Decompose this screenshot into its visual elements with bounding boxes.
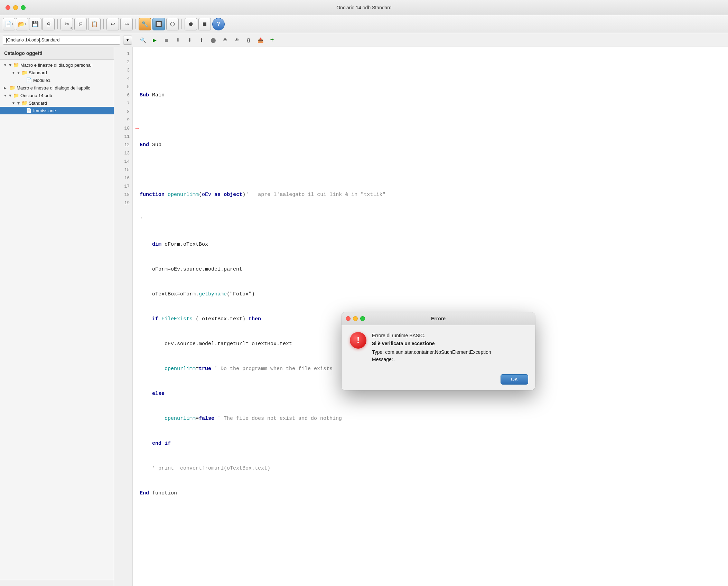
cut-button[interactable]: ✂ 𝟐 [60,18,73,30]
macro-organize-button[interactable]: 🔧 [139,18,151,30]
layers-button[interactable]: ⬡ [166,18,179,30]
sidebar: Catalogo oggetti ▼ ▾ 📁 Macro e finestre … [0,47,114,586]
eye-button[interactable]: 👁 [232,36,242,45]
title-bar: Onciario 14.odb.Standard [0,0,728,15]
layers-icon: ⬡ [170,21,175,27]
copy-icon: ⎘ [79,21,82,27]
stop-macro-button[interactable]: ⏹ [161,36,171,45]
tree-item-module1[interactable]: ▶ 📄 Module1 [0,76,114,84]
folder-icon-standard-2: 📁 [21,100,27,106]
tree-item-macro-applic[interactable]: ▶ 📁 Macro e finestre di dialogo dell'app… [0,84,114,92]
dropdown-arrow-icon: ▾ [127,38,129,42]
folder-icon-standard-1: 📁 [21,70,27,75]
maximize-button[interactable] [21,5,26,10]
record-icon: ⏺ [188,21,194,27]
breakpoint-button[interactable]: ⬤ [208,36,218,45]
code-line-3 [140,116,728,124]
minimize-button[interactable] [13,5,18,10]
tree-item-standard-2[interactable]: ▼ ▾ 📁 Standard [0,99,114,107]
open-icon: 📂 [18,21,25,27]
help-button[interactable]: ? [212,18,225,30]
expand-arrow-standard-1: ▼ [11,71,16,75]
expand-tri-macro-personali: ▾ [9,62,11,68]
separator-2 [103,19,104,29]
dialog-title: Errore [431,316,446,321]
dialog-footer: OK [342,370,535,390]
tree-label-module1: Module1 [33,78,50,83]
code-line-14: else [140,390,728,398]
record-button[interactable]: ⏺ [185,18,197,30]
tree-item-immissione[interactable]: ▶ 📄 Immissione [0,107,114,114]
ide-button[interactable]: 🔲 [152,18,165,30]
dialog-min-button[interactable] [353,316,358,321]
folder-icon-macro-applic: 📁 [9,85,15,91]
step-into-button[interactable]: ⬇ [173,36,183,45]
leaf-module1: ▶ [19,78,24,82]
print-icon: 🖨 [46,21,51,27]
code-line-15: openurlimm=false ' The file does not exi… [140,415,728,423]
line-num-12: 12 [114,141,132,149]
dialog-close-button[interactable] [346,316,351,321]
code-line-4: End Sub [140,141,728,149]
tree-item-macro-personali[interactable]: ▼ ▾ 📁 Macro e finestre di dialogo person… [0,61,114,69]
line-num-6: 6 [114,91,132,100]
module-selector[interactable]: [Onciario 14.odb].Standard [3,36,120,45]
tree-item-onciario[interactable]: ▼ ▾ 📁 Onciario 14.odb [0,92,114,99]
sidebar-scrollbar[interactable] [0,580,114,586]
separator-4 [181,19,182,29]
redo-button[interactable]: ↪ [120,18,133,30]
stop-icon: ⏹ [202,21,207,27]
close-button[interactable] [6,5,10,10]
export-button[interactable]: 📤 [255,36,265,45]
line-numbers: 1 2 3 4 5 6 7 8 9 10 11 12 13 14 15 16 1… [114,47,133,586]
code-line-7: ' [140,216,728,224]
open-dropdown-icon: ▾ [25,22,26,26]
module-selector-text: [Onciario 14.odb].Standard [6,37,59,42]
tree-item-standard-1[interactable]: ▼ ▾ 📁 Standard [0,69,114,76]
dash-standard-1: ▾ [17,70,20,75]
line-num-16: 16 [114,174,132,182]
paste-icon: 📋 [91,21,98,27]
open-button[interactable]: 📂 ▾ [16,18,28,30]
search-macro-button[interactable]: 🔍 [138,36,148,45]
dialog-title-bar: Errore [342,312,535,325]
line-num-18: 18 [114,191,132,199]
step-out-button[interactable]: ⬆ [196,36,207,45]
module-icon-module1: 📄 [26,77,32,83]
main-content: Catalogo oggetti ▼ ▾ 📁 Macro e finestre … [0,47,728,586]
redo-icon: ↪ [124,21,129,27]
module-dropdown[interactable]: ▾ [123,36,132,45]
paste-button[interactable]: 📋 [88,18,101,30]
leaf-immissione: ▶ [19,109,24,113]
separator-1 [57,19,58,29]
save-button[interactable]: 💾 [29,18,41,30]
line-num-19: 19 [114,199,132,207]
module-icon-immissione: 📄 [26,108,32,113]
run-macro-button[interactable]: ▶ [149,36,160,45]
bracket-button[interactable]: {} [243,36,254,45]
sidebar-header: Catalogo oggetti [0,47,114,60]
code-line-1 [140,66,728,75]
add-button[interactable]: + [267,36,277,45]
dialog-line4: Message: . [372,356,527,363]
code-line-9: oForm=oEv.source.model.parent [140,265,728,274]
copy-button[interactable]: ⎘ [74,18,87,30]
error-dialog[interactable]: Errore ! Errore di runtime BASIC. Si è v… [342,312,535,390]
watch-button[interactable]: 👁 [220,36,230,45]
line-num-15: 15 [114,166,132,174]
address-bar: [Onciario 14.odb].Standard ▾ 🔍 ▶ ⏹ ⬇ ⬇ ⬆… [0,33,728,47]
dialog-message: Errore di runtime BASIC. Si è verificata… [372,332,527,363]
line-num-2: 2 [114,58,132,66]
undo-button[interactable]: ↩ [106,18,119,30]
cut-icon: ✂ [65,21,69,27]
stop-button[interactable]: ⏹ [198,18,211,30]
new-button[interactable]: 📄 ▾ [3,18,15,30]
folder-icon-onciario: 📁 [13,93,19,98]
tree-label-standard-1: Standard [29,70,47,75]
step-over-button[interactable]: ⬇ [185,36,195,45]
dialog-max-button[interactable] [360,316,365,321]
ok-button[interactable]: OK [501,374,528,385]
code-line-5 [140,166,728,174]
print-button[interactable]: 🖨 [42,18,55,30]
dialog-line3: Type: com.sun.star.container.NoSuchEleme… [372,349,527,356]
